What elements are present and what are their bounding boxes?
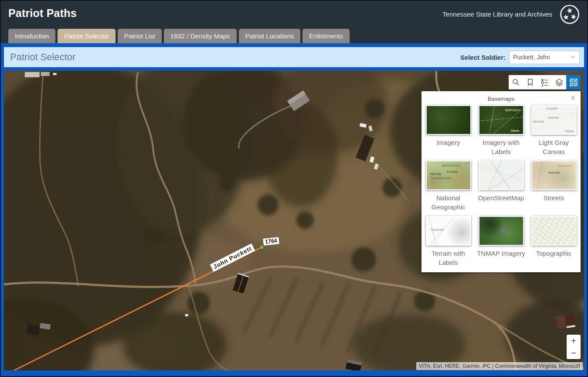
bookmarks-button[interactable] bbox=[523, 75, 537, 89]
search-icon bbox=[512, 78, 520, 86]
tennessee-tristar-logo-icon: ★ ★ ★ bbox=[559, 4, 580, 25]
chevron-down-icon bbox=[570, 55, 576, 59]
soldier-dropdown-value: Puckett, John bbox=[510, 54, 570, 61]
layers-button[interactable] bbox=[552, 75, 566, 89]
soldier-dropdown[interactable]: Puckett, John bbox=[509, 51, 580, 64]
basemap-option-streets[interactable]: KENTUCKY Nashville Streets bbox=[527, 161, 580, 216]
tab-introduction[interactable]: Introduction bbox=[8, 29, 55, 43]
basemap-option-topographic[interactable]: Topographic bbox=[527, 216, 580, 271]
thumb-map-label: Knoxville bbox=[447, 171, 458, 174]
basemap-panel-header: Basemaps × bbox=[421, 91, 581, 105]
legend-icon bbox=[540, 78, 549, 86]
zoom-control: + − bbox=[567, 335, 581, 359]
thumb-map-label: TENNESSEE bbox=[431, 177, 452, 180]
thumb-map-label: Memphis bbox=[533, 120, 544, 123]
basemap-option-national-geographic[interactable]: KENTUCKY Knoxville Nashville TENNESSEE N… bbox=[422, 161, 475, 216]
basemap-gallery-button[interactable] bbox=[566, 75, 581, 89]
thumb-map-label: KENTUCKY bbox=[505, 109, 520, 112]
tab-enlistments[interactable]: Enlistments bbox=[302, 29, 350, 43]
thumb-map-label: KENTUCKY bbox=[442, 165, 461, 168]
basemap-thumbnail bbox=[531, 216, 577, 246]
legend-button[interactable] bbox=[537, 75, 552, 89]
svg-text:★: ★ bbox=[562, 13, 570, 22]
thumb-map-label: KENTUCKY bbox=[557, 165, 573, 168]
basemap-gallery-panel: Basemaps × Imagery KENTUCKY Atlanta Imag… bbox=[421, 91, 581, 272]
map-attribution: VITA, Esri, HERE, Garmin, iPC | Commonwe… bbox=[416, 362, 583, 370]
bookmark-icon bbox=[526, 78, 534, 86]
section-titlebar: Patriot Selector Select Soldier: Puckett… bbox=[4, 47, 584, 67]
location-point-1764 bbox=[260, 245, 264, 249]
tab-patriot-selector[interactable]: Patriot Selector bbox=[58, 29, 116, 43]
tab-patriot-locations[interactable]: Patriot Locations bbox=[239, 29, 301, 43]
thumb-map-label: Nashville bbox=[430, 173, 442, 176]
thumb-map-label: Atlanta bbox=[510, 130, 519, 133]
zoom-out-button[interactable]: − bbox=[567, 347, 581, 359]
app-header: Patriot Paths Tennessee State Library an… bbox=[1, 1, 587, 43]
page-title: Patriot Selector bbox=[4, 51, 460, 63]
thumb-map-label: Atlanta bbox=[565, 130, 574, 133]
basemap-thumbnail bbox=[426, 105, 471, 135]
thumb-map-label: Tennessee bbox=[431, 229, 445, 232]
map-viewport[interactable]: John Puckett 1764 bbox=[4, 71, 584, 370]
basemap-option-imagery-with-labels[interactable]: KENTUCKY Atlanta Imagery with Labels bbox=[475, 105, 527, 161]
close-icon[interactable]: × bbox=[571, 94, 575, 102]
basemap-option-openstreetmap[interactable]: OpenStreetMap bbox=[475, 161, 527, 216]
basemap-option-label: OpenStreetMap bbox=[476, 193, 527, 202]
app-window: Patriot Paths Tennessee State Library an… bbox=[0, 0, 588, 377]
app-title: Patriot Paths bbox=[8, 7, 77, 20]
basemap-thumbnail bbox=[479, 216, 524, 246]
map-toolbar bbox=[509, 75, 581, 89]
select-soldier-label: Select Soldier: bbox=[460, 54, 506, 61]
basemap-thumbnail: Louisville Nashville Memphis Atlanta bbox=[531, 105, 577, 135]
basemap-thumbnail: Tennessee bbox=[426, 216, 471, 246]
org-name: Tennessee State Library and Archives bbox=[442, 10, 552, 18]
search-button[interactable] bbox=[509, 75, 523, 89]
basemap-option-label: Imagery bbox=[423, 138, 474, 147]
content-frame: Patriot Selector Select Soldier: Puckett… bbox=[1, 43, 587, 376]
zoom-in-button[interactable]: + bbox=[567, 335, 581, 347]
thumb-map-label: Nashville bbox=[548, 117, 559, 120]
thumb-map-label: Nashville bbox=[549, 171, 560, 175]
tab-patriot-list[interactable]: Patriot List bbox=[118, 29, 162, 43]
basemap-grid: Imagery KENTUCKY Atlanta Imagery with La… bbox=[421, 105, 581, 271]
basemap-thumbnail: KENTUCKY Knoxville Nashville TENNESSEE bbox=[426, 161, 471, 190]
basemap-option-label: Terrain with Labels bbox=[423, 249, 474, 267]
tab-bar: Introduction Patriot Selector Patriot Li… bbox=[8, 29, 350, 43]
basemap-option-label: National Geographic bbox=[423, 193, 474, 212]
layers-icon bbox=[555, 78, 564, 87]
basemap-thumbnail: KENTUCKY Nashville bbox=[531, 161, 577, 190]
basemap-option-label: Streets bbox=[528, 193, 580, 202]
basemap-option-label: Light Gray Canvas bbox=[528, 138, 580, 156]
basemap-option-label: Imagery with Labels bbox=[476, 138, 527, 156]
basemap-option-light-gray-canvas[interactable]: Louisville Nashville Memphis Atlanta Lig… bbox=[527, 105, 580, 161]
soldier-control: Select Soldier: Puckett, John bbox=[460, 51, 584, 64]
basemap-thumbnail: KENTUCKY Atlanta bbox=[479, 105, 524, 135]
thumb-map-label: Louisville bbox=[546, 107, 558, 110]
basemap-option-tnmap-imagery[interactable]: TNMAP Imagery bbox=[475, 216, 527, 271]
basemap-thumbnail bbox=[479, 161, 524, 190]
basemap-option-imagery[interactable]: Imagery bbox=[422, 105, 475, 161]
basemap-option-label: TNMAP Imagery bbox=[476, 249, 527, 258]
basemap-option-terrain-with-labels[interactable]: Tennessee Terrain with Labels bbox=[422, 216, 475, 271]
basemap-panel-title: Basemaps bbox=[421, 96, 581, 102]
basemap-option-label: Topographic bbox=[528, 249, 580, 258]
tab-density-maps[interactable]: 1832 / Density Maps bbox=[164, 29, 237, 43]
basemap-grid-icon bbox=[569, 78, 578, 87]
